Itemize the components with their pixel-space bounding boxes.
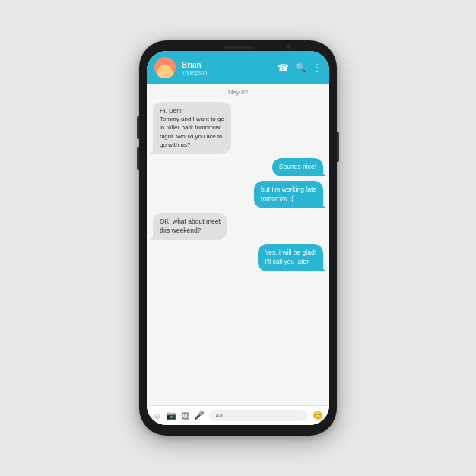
date-divider: May 02 <box>147 84 329 99</box>
message-input[interactable] <box>209 410 308 421</box>
search-icon[interactable]: 🔍 <box>295 62 306 73</box>
message-received-2: OK, what about meet this weekend? <box>153 213 227 240</box>
header-icons: ☎ 🔍 ⋮ <box>278 62 322 73</box>
message-received-1: Hi, Den! Tommy and I want to go in rolle… <box>153 102 231 154</box>
phone: Brian Thompson ☎ 🔍 ⋮ May 02 Hi, Den! Tom… <box>139 40 337 436</box>
chat-input-area: ☺ 📷 🖼 🎤 😊 <box>147 405 329 425</box>
more-icon[interactable]: ⋮ <box>313 62 322 73</box>
image-icon[interactable]: 🖼 <box>181 411 189 420</box>
smiley-icon[interactable]: 😊 <box>313 411 323 420</box>
phone-screen: Brian Thompson ☎ 🔍 ⋮ May 02 Hi, Den! Tom… <box>147 51 329 425</box>
message-sent-3: Yes, I will be glad! I'll call you later <box>258 244 323 271</box>
contact-name: Brian <box>182 61 271 70</box>
messages-area: Hi, Den! Tommy and I want to go in rolle… <box>147 99 329 405</box>
camera-icon[interactable]: 📷 <box>166 411 176 420</box>
mic-icon[interactable]: 🎤 <box>194 411 205 420</box>
phone-icon[interactable]: ☎ <box>278 62 289 73</box>
contact-info: Brian Thompson <box>182 61 271 75</box>
message-sent-1: Sounds nice! <box>272 158 323 176</box>
avatar-face <box>157 65 173 78</box>
phone-body: Brian Thompson ☎ 🔍 ⋮ May 02 Hi, Den! Tom… <box>139 40 337 436</box>
message-sent-2: but I'm working late tomorrow :( <box>254 181 323 208</box>
camera <box>287 44 291 49</box>
speaker <box>223 46 253 49</box>
contact-sub: Thompson <box>182 70 271 75</box>
emoji-icon[interactable]: ☺ <box>153 411 161 420</box>
chat-header: Brian Thompson ☎ 🔍 ⋮ <box>147 51 329 84</box>
avatar <box>154 57 176 78</box>
